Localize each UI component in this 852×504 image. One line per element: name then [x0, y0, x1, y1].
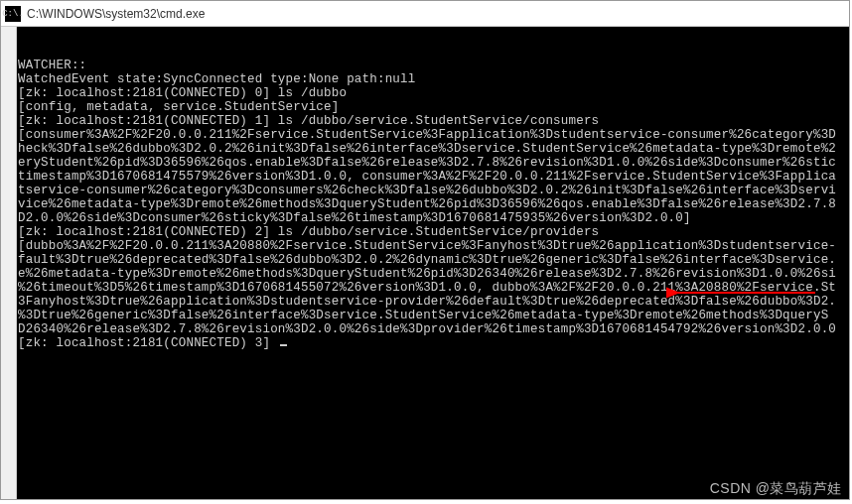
terminal-line: [consumer%3A%2F%2F20.0.0.211%2Fservice.S…	[18, 128, 848, 142]
terminal-line: [config, metadata, service.StudentServic…	[18, 100, 848, 114]
terminal-line: WATCHER::	[18, 59, 848, 72]
terminal-line: heck%3Dfalse%26dubbo%3D2.0.2%26init%3Dfa…	[18, 142, 848, 156]
window-title: C:\WINDOWS\system32\cmd.exe	[27, 7, 205, 21]
terminal-line: [zk: localhost:2181(CONNECTED) 1] ls /du…	[18, 114, 848, 128]
content-area: WATCHER::WatchedEvent state:SyncConnecte…	[1, 27, 849, 499]
terminal-line: e%26metadata-type%3Dremote%26methods%3Dq…	[18, 267, 848, 281]
terminal-line: D26340%26release%3D2.7.8%26revision%3D2.…	[18, 322, 848, 336]
terminal-line: %26timeout%3D5%26timestamp%3D16706814550…	[18, 281, 848, 295]
terminal-line: [zk: localhost:2181(CONNECTED) 0] ls /du…	[18, 86, 848, 100]
terminal-line: [dubbo%3A%2F%2F20.0.0.211%3A20880%2Fserv…	[18, 239, 848, 253]
terminal-line: [zk: localhost:2181(CONNECTED) 3]	[18, 336, 848, 350]
terminal-line: D2.0.0%26side%3Dconsumer%26sticky%3Dfals…	[18, 211, 848, 225]
cmd-icon: C:\.	[5, 6, 21, 22]
cmd-window: C:\. C:\WINDOWS\system32\cmd.exe WATCHER…	[0, 0, 850, 500]
terminal-line: fault%3Dtrue%26deprecated%3Dfalse%26dubb…	[18, 253, 848, 267]
terminal-output[interactable]: WATCHER::WatchedEvent state:SyncConnecte…	[17, 27, 849, 499]
titlebar[interactable]: C:\. C:\WINDOWS\system32\cmd.exe	[1, 1, 849, 27]
left-scrollbar-gutter[interactable]	[1, 27, 17, 499]
terminal-line: tservice-consumer%26category%3Dconsumers…	[18, 184, 848, 197]
terminal-line: 3Fanyhost%3Dtrue%26application%3Dstudent…	[18, 295, 848, 309]
terminal-line: timestamp%3D1670681475579%26version%3D1.…	[18, 170, 848, 184]
watermark-text: CSDN @菜鸟葫芦娃	[710, 480, 842, 498]
terminal-line: WatchedEvent state:SyncConnected type:No…	[18, 72, 848, 86]
terminal-line: eryStudent%26pid%3D36596%26qos.enable%3D…	[18, 156, 848, 170]
cursor	[280, 344, 287, 346]
terminal-line: vice%26metadata-type%3Dremote%26methods%…	[18, 197, 848, 211]
terminal-line: %3Dtrue%26generic%3Dfalse%26interface%3D…	[18, 309, 848, 322]
terminal-line: [zk: localhost:2181(CONNECTED) 2] ls /du…	[18, 225, 848, 239]
